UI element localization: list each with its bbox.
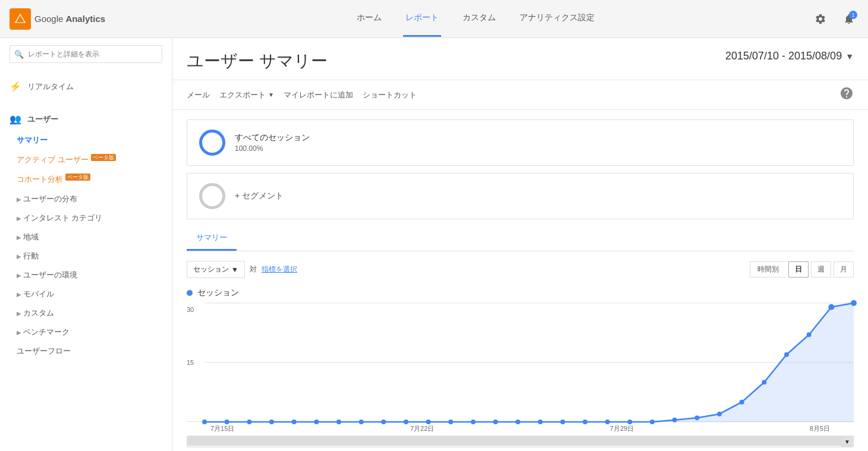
add-report-button[interactable]: マイレポートに追加: [284, 87, 353, 103]
shortcut-button[interactable]: ショートカット: [363, 87, 417, 103]
add-segment-donut: [199, 183, 225, 209]
svg-point-27: [740, 400, 744, 405]
svg-point-11: [381, 420, 386, 424]
search-box: 🔍: [10, 45, 162, 63]
date-range-arrow: ▼: [845, 52, 854, 61]
main-layout: ◀ 🔍 ⚡ リアルタイム 👥 ユーザー サマリー アクティブ ユーザーベータ版 …: [0, 38, 868, 451]
svg-point-7: [292, 420, 297, 424]
settings-button[interactable]: [811, 10, 830, 29]
realtime-section: ⚡ リアルタイム: [0, 70, 172, 103]
sidebar-item-environment[interactable]: ユーザーの環境: [0, 266, 172, 285]
svg-point-13: [426, 420, 431, 424]
chart-area: セッション 30 15: [187, 288, 854, 447]
logo-google-text: Google: [34, 14, 63, 24]
realtime-icon: ⚡: [10, 81, 21, 92]
sidebar-item-distribution[interactable]: ユーザーの分布: [0, 190, 172, 209]
svg-point-16: [493, 420, 498, 424]
tab-bar: サマリー: [187, 226, 854, 251]
active-users-label: アクティブ ユーザー: [17, 155, 89, 164]
user-section-label: ユーザー: [27, 114, 58, 125]
user-section: 👥 ユーザー サマリー アクティブ ユーザーベータ版 コホート分析ベータ版 ユー…: [0, 103, 172, 365]
mail-button[interactable]: メール: [187, 87, 210, 103]
x-label-2: 7月29日: [610, 424, 634, 433]
sidebar-item-behavior[interactable]: 行動: [0, 247, 172, 266]
svg-point-21: [605, 420, 610, 424]
notification-badge: 1: [849, 11, 857, 19]
nav-custom[interactable]: カスタム: [460, 1, 498, 37]
svg-point-20: [583, 420, 587, 424]
svg-point-6: [269, 420, 274, 424]
action-bar-left: メール エクスポート ▼ マイレポートに追加 ショートカット: [187, 87, 417, 103]
sidebar-item-custom-sub[interactable]: カスタム: [0, 304, 172, 323]
date-range-selector[interactable]: 2015/07/10 - 2015/08/09 ▼: [725, 50, 854, 62]
sidebar-item-benchmark[interactable]: ベンチマーク: [0, 323, 172, 342]
svg-point-22: [627, 420, 632, 424]
segment-donut: [199, 130, 225, 156]
action-bar: メール エクスポート ▼ マイレポートに追加 ショートカット: [172, 80, 868, 110]
svg-point-28: [762, 380, 766, 384]
svg-point-30: [807, 332, 812, 337]
sidebar-item-users-header[interactable]: 👥 ユーザー: [0, 108, 172, 131]
legend-label: セッション: [197, 288, 239, 298]
page-header: ユーザー サマリー 2015/07/10 - 2015/08/09 ▼: [172, 38, 868, 80]
svg-point-4: [225, 420, 229, 424]
search-input[interactable]: [10, 45, 162, 63]
svg-point-5: [247, 420, 251, 424]
notifications-button[interactable]: 1: [839, 10, 858, 29]
realtime-label: リアルタイム: [27, 81, 74, 92]
legend-dot: [187, 290, 193, 296]
svg-point-15: [471, 420, 476, 424]
x-label-1: 7月22日: [410, 424, 434, 433]
svg-point-18: [538, 420, 543, 424]
logo-analytics-text: Analytics: [65, 14, 105, 24]
users-icon: 👥: [10, 113, 21, 125]
svg-point-26: [717, 412, 722, 417]
time-btn-month[interactable]: 月: [834, 261, 854, 277]
app-header: Google Analytics ホーム レポート カスタム アナリティクス設定…: [0, 0, 868, 38]
metric-dropdown-arrow: ▼: [231, 266, 238, 274]
time-buttons: 時間別 日 週 月: [750, 261, 854, 277]
sidebar-item-summary[interactable]: サマリー: [0, 131, 172, 150]
chart-scrollbar[interactable]: ▼: [187, 436, 854, 447]
sidebar-item-mobile[interactable]: モバイル: [0, 285, 172, 304]
time-btn-day[interactable]: 日: [788, 261, 809, 277]
segment-name: すべてのセッション: [235, 133, 310, 143]
add-segment-label: + セグメント: [235, 191, 284, 201]
svg-point-19: [561, 420, 565, 424]
time-btn-week[interactable]: 週: [811, 261, 831, 277]
time-btn-hourly[interactable]: 時間別: [750, 261, 786, 277]
segment-card-all-sessions: すべてのセッション 100.00%: [187, 119, 854, 166]
export-arrow-icon: ▼: [268, 92, 274, 98]
logo-icon: [10, 8, 31, 30]
nav-report[interactable]: レポート: [403, 1, 441, 37]
metric-label: セッション: [193, 264, 229, 275]
sidebar-item-userflow[interactable]: ユーザーフロー: [0, 342, 172, 361]
content-area: すべてのセッション 100.00% + セグメント サマリー セッション ▼: [172, 110, 868, 451]
sidebar-item-cohort[interactable]: コホート分析ベータ版: [0, 169, 172, 189]
svg-point-12: [404, 420, 408, 424]
sidebar-item-active-users[interactable]: アクティブ ユーザーベータ版: [0, 150, 172, 169]
sidebar-collapse-btn[interactable]: ◀: [172, 38, 172, 62]
chart-container: 30 15: [187, 303, 854, 422]
sidebar-item-realtime[interactable]: ⚡ リアルタイム: [0, 75, 172, 98]
metric-selector: セッション ▼ 対 指標を選択: [187, 261, 297, 278]
select-metric-link[interactable]: 指標を選択: [262, 264, 297, 275]
vs-label: 対: [250, 264, 257, 275]
nav-home[interactable]: ホーム: [354, 1, 384, 37]
search-icon: 🔍: [14, 50, 24, 59]
y-label-15: 15: [187, 359, 194, 366]
sidebar-item-region[interactable]: 地域: [0, 228, 172, 247]
tab-summary[interactable]: サマリー: [187, 226, 237, 251]
svg-point-29: [784, 352, 789, 357]
main-navigation: ホーム レポート カスタム アナリティクス設定: [140, 1, 811, 37]
add-segment-card[interactable]: + セグメント: [187, 173, 854, 219]
segment-info: すべてのセッション 100.00%: [235, 133, 310, 153]
scroll-right-btn[interactable]: ▼: [841, 436, 853, 447]
segment-pct: 100.00%: [235, 144, 310, 153]
sidebar-item-interest[interactable]: インタレスト カテゴリ: [0, 209, 172, 228]
metric-dropdown[interactable]: セッション ▼: [187, 261, 245, 278]
page-title: ユーザー サマリー: [187, 50, 328, 72]
help-icon[interactable]: [839, 86, 854, 103]
export-button[interactable]: エクスポート ▼: [219, 87, 274, 103]
nav-settings[interactable]: アナリティクス設定: [517, 1, 597, 37]
